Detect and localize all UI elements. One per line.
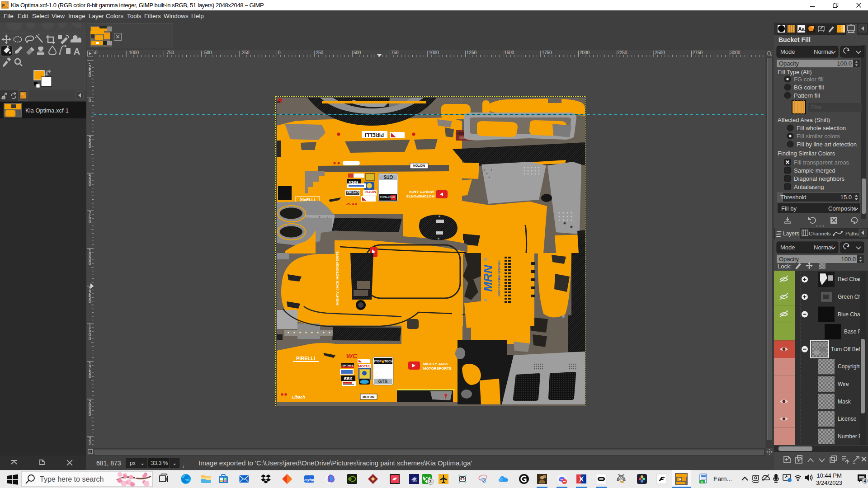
svg-text:FG color fill: FG color fill [794, 76, 824, 83]
svg-text:0: 0 [89, 336, 91, 341]
svg-text:Turn Off Befo: Turn Off Befo [831, 346, 863, 352]
svg-text:0: 0 [89, 374, 91, 379]
svg-text:-500: -500 [203, 50, 212, 55]
svg-text:2750: 2750 [693, 50, 703, 55]
svg-text:Affected Area (Shift): Affected Area (Shift) [778, 117, 830, 123]
svg-text:Diagonal neighbors: Diagonal neighbors [794, 175, 845, 182]
svg-text:Pine: Pine [811, 104, 822, 111]
svg-text:250: 250 [316, 50, 323, 55]
svg-text:1750: 1750 [542, 50, 552, 55]
svg-text:Type here to search: Type here to search [40, 475, 104, 483]
svg-text:0: 0 [278, 50, 281, 55]
svg-text:Fill by: Fill by [781, 205, 797, 212]
svg-text:Fill transparent areas: Fill transparent areas [794, 159, 849, 166]
svg-text:Fill Type (Alt): Fill Type (Alt) [778, 69, 812, 75]
svg-text:Pattern fill: Pattern fill [794, 92, 820, 99]
svg-text:Normal: Normal [814, 48, 833, 55]
svg-text:-1250: -1250 [94, 50, 98, 55]
svg-text:TDU: TDU [411, 479, 417, 482]
svg-text:Mask: Mask [838, 399, 851, 405]
svg-text:500: 500 [354, 50, 361, 55]
svg-text:0: 0 [89, 182, 91, 187]
svg-text:0: 0 [89, 412, 91, 417]
svg-text:Base P: Base P [844, 328, 862, 335]
svg-text:750: 750 [391, 50, 399, 55]
svg-text:Fill similar colors: Fill similar colors [797, 133, 840, 140]
svg-text:A: A [74, 47, 80, 56]
svg-text:1000: 1000 [429, 50, 439, 55]
svg-text:0: 0 [89, 219, 91, 224]
svg-text:2000: 2000 [580, 50, 590, 55]
svg-text:3000: 3000 [730, 50, 741, 55]
svg-text:Layers: Layers [783, 230, 799, 237]
svg-text:Antialiasing: Antialiasing [794, 183, 824, 190]
svg-text:100.0: 100.0 [837, 60, 852, 67]
svg-text:Fill whole selection: Fill whole selection [797, 125, 846, 131]
svg-text:1250: 1250 [467, 50, 477, 55]
svg-text:Channels: Channels [809, 231, 831, 236]
svg-text:100.0: 100.0 [841, 256, 856, 263]
svg-text:myhp: myhp [304, 478, 314, 482]
svg-text:Opacity: Opacity [779, 256, 799, 263]
svg-text:Earn...: Earn... [713, 475, 732, 483]
svg-text:0: 0 [89, 73, 91, 78]
svg-text:4: 4 [863, 479, 866, 483]
svg-text:Lock:: Lock: [778, 263, 792, 270]
svg-text:0: 0 [89, 144, 91, 149]
svg-text:0: 0 [89, 98, 91, 103]
svg-text:Blue Chan: Blue Chan [838, 311, 863, 318]
svg-text:$: $ [701, 480, 703, 483]
svg-text:10:44 PM: 10:44 PM [816, 472, 842, 479]
svg-text:Copyright: Copyright [838, 363, 861, 370]
svg-text:2250: 2250 [617, 50, 627, 55]
svg-text:-1000: -1000 [127, 50, 139, 55]
svg-text:License: License [838, 416, 857, 422]
svg-text:Mode: Mode [780, 48, 795, 55]
svg-text:Bucket Fill: Bucket Fill [778, 36, 811, 43]
svg-text:15.0: 15.0 [840, 194, 852, 201]
svg-text:BG color fill: BG color fill [794, 84, 824, 91]
svg-text:-250: -250 [241, 50, 250, 55]
svg-text:Fill by line art detection: Fill by line art detection [797, 141, 857, 148]
svg-text:3: 3 [429, 479, 431, 484]
svg-text:0: 0 [89, 261, 91, 266]
svg-text:2: 2 [89, 441, 91, 446]
svg-text:Normal: Normal [814, 244, 833, 251]
svg-text:Threshold: Threshold [780, 194, 807, 201]
svg-text:Wire: Wire [838, 381, 849, 387]
svg-text:Kia Optima.xcf-1: Kia Optima.xcf-1 [25, 107, 69, 114]
svg-text:Opacity: Opacity [779, 60, 799, 67]
svg-text:Sample merged: Sample merged [794, 167, 835, 174]
svg-text:-750: -750 [165, 50, 174, 55]
svg-text:2500: 2500 [655, 50, 665, 55]
svg-text:Finding Similar Colors: Finding Similar Colors [778, 150, 835, 157]
svg-text:0: 0 [89, 299, 91, 304]
svg-text:Composite: Composite [828, 205, 856, 212]
svg-text:Mode: Mode [780, 244, 795, 251]
svg-text:3/24/2023: 3/24/2023 [816, 479, 842, 486]
svg-text:Number B: Number B [838, 433, 862, 440]
svg-text:1500: 1500 [504, 50, 514, 55]
svg-text:Aa: Aa [798, 26, 805, 32]
svg-text:Paths: Paths [845, 231, 859, 236]
